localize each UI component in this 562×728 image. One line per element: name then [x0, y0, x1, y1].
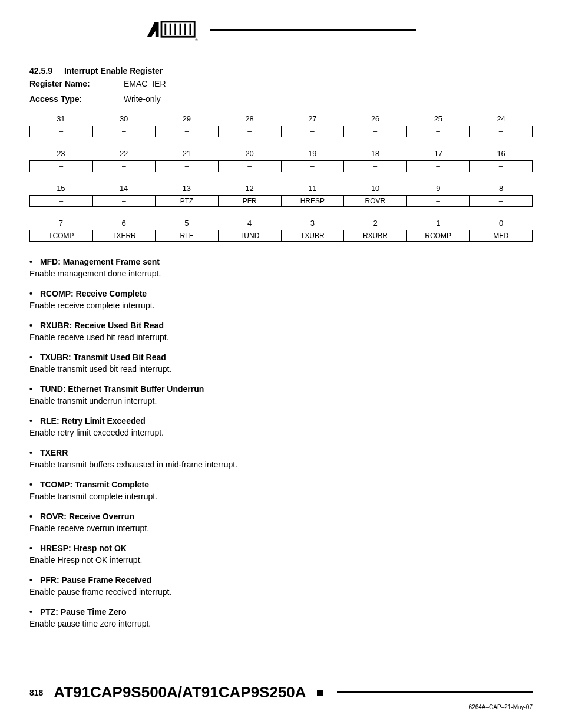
description-text: Enable transmit complete interrupt. — [29, 492, 533, 501]
description-title: • PFR: Pause Frame Received — [29, 575, 533, 585]
bit-field: – — [93, 196, 156, 206]
bit-field: – — [282, 161, 345, 172]
bit-field: ROVR — [344, 196, 407, 206]
bit-number: 13 — [156, 182, 219, 195]
description-title-text: HRESP: Hresp not OK — [38, 543, 127, 553]
header-logo-row: ® — [29, 18, 533, 42]
bullet-icon: • — [29, 448, 38, 457]
description-text: Enable receive complete interrupt. — [29, 301, 533, 310]
description-item: • PFR: Pause Frame ReceivedEnable pause … — [29, 575, 533, 597]
bit-number: 0 — [470, 216, 533, 230]
register-name-row: Register Name: EMAC_IER — [29, 79, 533, 88]
description-title-text: PFR: Pause Frame Received — [38, 575, 151, 585]
bit-field: – — [30, 126, 93, 137]
bit-field: – — [470, 126, 532, 137]
description-title-text: ROVR: Receive Overrun — [38, 512, 134, 521]
bit-field: – — [30, 161, 93, 172]
bit-field: TCOMP — [30, 230, 93, 241]
bit-field: MFD — [470, 230, 532, 241]
bit-field: PTZ — [156, 196, 219, 206]
bit-header-row: 76543210 — [29, 216, 533, 230]
bit-number: 26 — [344, 112, 407, 126]
description-title: • TUND: Ethernet Transmit Buffer Underru… — [29, 384, 533, 394]
bit-description-list: • MFD: Management Frame sentEnable manag… — [29, 257, 533, 628]
description-title: • TXERR — [29, 448, 533, 457]
bit-field: – — [407, 196, 470, 206]
bit-number: 16 — [470, 147, 533, 160]
bit-number: 29 — [156, 112, 219, 126]
description-title-text: RXUBR: Receive Used Bit Read — [38, 321, 164, 330]
bullet-icon: • — [29, 416, 38, 426]
register-name-value: EMAC_IER — [124, 79, 166, 88]
page: ® 42.5.9 Interrupt Enable Register Regis… — [0, 0, 562, 728]
description-title: • MFD: Management Frame sent — [29, 257, 533, 266]
description-title: • HRESP: Hresp not OK — [29, 543, 533, 553]
description-item: • MFD: Management Frame sentEnable manag… — [29, 257, 533, 278]
register-bit-table: 3130292827262524––––––––2322212019181716… — [29, 112, 533, 242]
description-text: Enable pause time zero interrupt. — [29, 619, 533, 628]
description-text: Enable receive overrun interrupt. — [29, 523, 533, 533]
bit-field: – — [344, 161, 407, 172]
bit-field: TUND — [219, 230, 282, 241]
footer-square-icon — [317, 690, 323, 696]
description-item: • RLE: Retry Limit ExceededEnable retry … — [29, 416, 533, 437]
description-item: • HRESP: Hresp not OKEnable Hresp not OK… — [29, 543, 533, 565]
bit-number: 7 — [29, 216, 92, 230]
bit-field: PFR — [219, 196, 282, 206]
bit-number: 27 — [281, 112, 344, 126]
bit-field: – — [30, 196, 93, 206]
section-header: 42.5.9 Interrupt Enable Register — [29, 66, 533, 75]
description-title: • RLE: Retry Limit Exceeded — [29, 416, 533, 426]
bullet-icon: • — [29, 607, 38, 617]
description-title: • TXUBR: Transmit Used Bit Read — [29, 353, 533, 362]
section-title: Interrupt Enable Register — [64, 66, 163, 75]
bit-number: 15 — [29, 182, 92, 195]
description-title-text: RLE: Retry Limit Exceeded — [38, 416, 146, 426]
bit-number: 10 — [344, 182, 407, 195]
bit-field: TXERR — [93, 230, 156, 241]
description-item: • RCOMP: Receive CompleteEnable receive … — [29, 289, 533, 310]
description-title-text: TXUBR: Transmit Used Bit Read — [38, 353, 166, 362]
description-item: • TUND: Ethernet Transmit Buffer Underru… — [29, 384, 533, 406]
bit-number: 4 — [218, 216, 281, 230]
description-item: • PTZ: Pause Time ZeroEnable pause time … — [29, 607, 533, 628]
bit-number: 18 — [344, 147, 407, 160]
bit-field: TXUBR — [282, 230, 345, 241]
bit-field: – — [282, 126, 345, 137]
bit-field: – — [93, 126, 156, 137]
bit-field: – — [407, 126, 470, 137]
description-text: Enable transmit underrun interrupt. — [29, 396, 533, 406]
bit-field: – — [470, 161, 532, 172]
bit-value-row: ––PTZPFRHRESPROVR–– — [29, 195, 533, 207]
description-title-text: PTZ: Pause Time Zero — [38, 607, 127, 617]
page-footer: 818 AT91CAP9S500A/AT91CAP9S250A 6264A–CA… — [29, 683, 533, 710]
bit-number: 28 — [218, 112, 281, 126]
description-title-text: MFD: Management Frame sent — [38, 257, 160, 266]
atmel-logo: ® — [146, 18, 199, 42]
description-text: Enable transmit buffers exhausted in mid… — [29, 460, 533, 469]
bit-value-row: –––––––– — [29, 160, 533, 172]
bit-number: 14 — [92, 182, 156, 195]
bit-number: 22 — [92, 147, 156, 160]
description-title: • PTZ: Pause Time Zero — [29, 607, 533, 617]
bullet-icon: • — [29, 480, 38, 489]
bullet-icon: • — [29, 353, 38, 362]
footer-rule — [337, 691, 533, 693]
bit-number: 9 — [407, 182, 470, 195]
bit-header-row: 15141312111098 — [29, 182, 533, 195]
document-code: 6264A–CAP–21-May-07 — [29, 704, 533, 710]
bit-field: RLE — [156, 230, 219, 241]
description-item: • RXUBR: Receive Used Bit ReadEnable rec… — [29, 321, 533, 342]
bit-field: – — [93, 161, 156, 172]
section-number: 42.5.9 — [29, 66, 52, 75]
bullet-icon: • — [29, 512, 38, 521]
bit-number: 6 — [92, 216, 156, 230]
description-title-text: RCOMP: Receive Complete — [38, 289, 147, 298]
description-item: • TXERREnable transmit buffers exhausted… — [29, 448, 533, 469]
description-text: Enable receive used bit read interrupt. — [29, 332, 533, 342]
bullet-icon: • — [29, 575, 38, 585]
description-text: Enable Hresp not OK interrupt. — [29, 555, 533, 565]
description-text: Enable pause frame received interrupt. — [29, 587, 533, 597]
access-type-label: Access Type: — [29, 94, 124, 104]
bit-number: 8 — [470, 182, 533, 195]
